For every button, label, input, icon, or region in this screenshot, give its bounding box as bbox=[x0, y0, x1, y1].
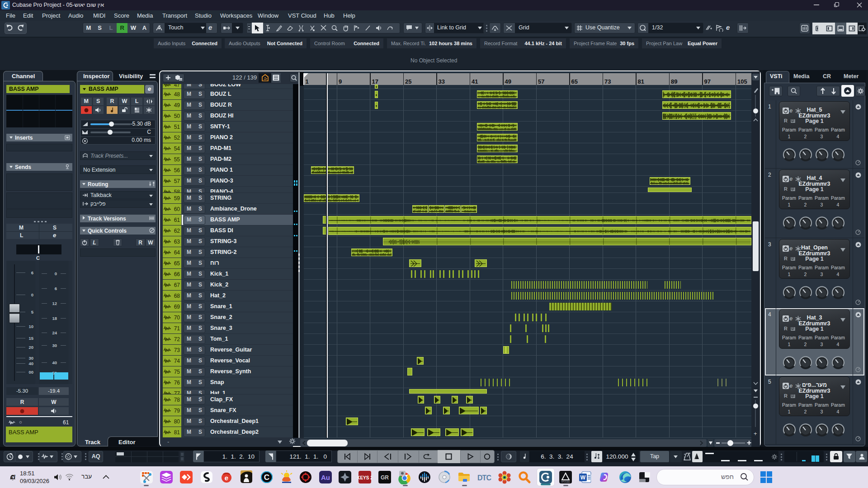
svg-text:KEYS 2: KEYS 2 bbox=[358, 475, 372, 480]
svg-text:APOGEE: APOGEE bbox=[561, 481, 570, 483]
svg-text:Au: Au bbox=[321, 474, 330, 481]
svg-text:z: z bbox=[12, 476, 14, 479]
svg-text:C: C bbox=[264, 473, 269, 482]
svg-text:GR: GR bbox=[381, 474, 389, 481]
svg-text:W: W bbox=[580, 474, 586, 481]
svg-text:DTC: DTC bbox=[477, 474, 491, 482]
svg-text:e: e bbox=[225, 474, 228, 482]
